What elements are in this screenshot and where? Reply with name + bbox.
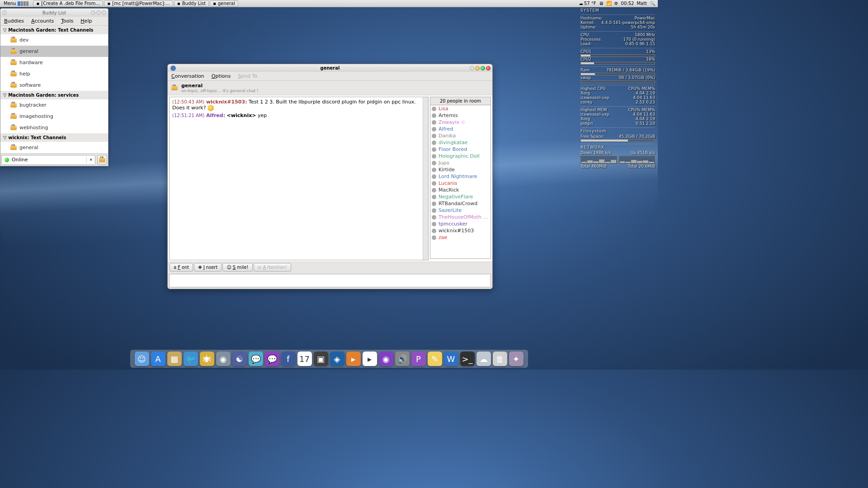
chat-titlebar[interactable]: general bbox=[168, 64, 492, 72]
clock[interactable]: 00:52 bbox=[621, 1, 634, 6]
user-item[interactable]: Floor Bored bbox=[430, 146, 491, 153]
channel-item[interactable]: general bbox=[0, 46, 108, 57]
dock-item[interactable]: ✦ bbox=[509, 352, 524, 366]
minimize2-icon[interactable] bbox=[475, 66, 480, 70]
user-item[interactable]: Artemis bbox=[430, 112, 491, 119]
menu-conversation[interactable]: Conversation bbox=[168, 73, 208, 79]
settings-icon[interactable]: ⚙ bbox=[614, 1, 618, 6]
taskbar-item[interactable]: ▪[mc [matt@PowerMac]:… bbox=[104, 0, 173, 7]
buddy-list[interactable]: ▽ Macintosh Garden: Text Channelsdevgene… bbox=[0, 26, 108, 153]
dock-item[interactable]: W bbox=[444, 352, 458, 366]
minimize-icon[interactable] bbox=[91, 10, 95, 15]
weather-indicator[interactable]: ☁ 57 °F bbox=[579, 1, 596, 6]
menu-tools[interactable]: Tools bbox=[57, 18, 77, 24]
taskbar-item[interactable]: ▪general bbox=[210, 0, 238, 7]
dock-item[interactable]: ☁ bbox=[476, 352, 491, 366]
minimize-icon[interactable] bbox=[470, 66, 474, 70]
maximize-icon[interactable] bbox=[481, 66, 485, 70]
dock: ☺A▦🐦🕷◉☯💬💬f17▣◈▸▸◉🔊P✎W>_☁🗑✦ bbox=[130, 350, 528, 368]
user-item[interactable]: zae bbox=[430, 234, 491, 241]
close-icon[interactable] bbox=[486, 66, 491, 70]
close-icon[interactable] bbox=[102, 10, 106, 15]
user-item[interactable]: wicknix#1503 bbox=[430, 227, 491, 234]
group-header[interactable]: ▽ Macintosh Garden: services bbox=[0, 91, 108, 99]
user-item[interactable]: divingkatae bbox=[430, 139, 491, 146]
window-menu-icon[interactable] bbox=[2, 10, 7, 15]
channel-item[interactable]: dev bbox=[0, 34, 108, 46]
dock-item[interactable]: ☯ bbox=[232, 352, 247, 366]
mood-button[interactable] bbox=[97, 155, 107, 165]
user-item[interactable]: Lucanis bbox=[430, 180, 491, 187]
user-list[interactable]: LisaArtemisZowayix ☆AlfredDanikadivingka… bbox=[430, 105, 491, 259]
status-selector[interactable]: Online ▾ bbox=[1, 155, 95, 165]
user-item[interactable]: Jupo bbox=[430, 160, 491, 166]
smile-button[interactable]: ☺ Smile! bbox=[222, 263, 252, 272]
channel-item[interactable]: software bbox=[0, 80, 108, 91]
dock-item[interactable]: ▣ bbox=[314, 352, 328, 366]
dock-item[interactable]: ☺ bbox=[135, 352, 149, 366]
group-header[interactable]: ▽ Macintosh Garden: Text Channels bbox=[0, 26, 108, 34]
dock-item[interactable]: A bbox=[151, 352, 165, 366]
user-item[interactable]: Lisa bbox=[430, 105, 491, 112]
user-item[interactable]: SazerLite bbox=[430, 207, 491, 214]
user-item[interactable]: tpmccusker bbox=[430, 221, 491, 227]
channel-item[interactable]: bugtracker bbox=[0, 99, 108, 111]
dock-item[interactable]: 🔊 bbox=[395, 352, 410, 366]
dock-item[interactable]: 17 bbox=[297, 352, 312, 366]
user-item[interactable]: Zowayix ☆ bbox=[430, 119, 491, 126]
maximize-icon[interactable] bbox=[96, 10, 101, 15]
user-item[interactable]: RTBandaiCrowd bbox=[430, 200, 491, 207]
dock-item[interactable]: 🗑 bbox=[493, 352, 507, 366]
channel-item[interactable]: general bbox=[0, 142, 108, 153]
dock-item[interactable]: ▸ bbox=[363, 352, 377, 366]
dock-item[interactable]: 🕷 bbox=[200, 352, 214, 366]
user-item[interactable]: MacRick bbox=[430, 187, 491, 193]
channel-item[interactable]: hardware bbox=[0, 57, 108, 68]
channel-item[interactable]: help bbox=[0, 68, 108, 80]
dock-item[interactable]: P bbox=[411, 352, 426, 366]
dock-item[interactable]: ▦ bbox=[167, 352, 182, 366]
menu-button[interactable]: Menu bbox=[0, 1, 32, 6]
dock-item[interactable]: ▸ bbox=[346, 352, 361, 366]
chat-log[interactable]: (12:50:43 AM) wicknix#1503: Test 1 2 3. … bbox=[169, 97, 429, 260]
group-header[interactable]: ▽ wicknix: Text Channels bbox=[0, 133, 108, 142]
dock-item[interactable]: 💬 bbox=[265, 352, 279, 366]
user-item[interactable]: Danika bbox=[430, 132, 491, 139]
message-input[interactable] bbox=[169, 274, 491, 287]
user-item[interactable]: Lord Nightmare bbox=[430, 173, 491, 180]
insert-button[interactable]: ✥ Insert bbox=[194, 263, 222, 272]
dock-item[interactable]: ◈ bbox=[330, 352, 344, 366]
menu-send-to[interactable]: Send To bbox=[234, 73, 261, 79]
channel-item[interactable]: webhosting bbox=[0, 122, 108, 133]
dock-item[interactable]: ◉ bbox=[216, 352, 231, 366]
status-label: Online bbox=[12, 157, 28, 163]
user-item[interactable]: Holographic Doll bbox=[430, 153, 491, 160]
user-item[interactable]: NegativeFlare bbox=[430, 193, 491, 200]
user-item[interactable]: TheHouseOfMoth (J… bbox=[430, 214, 491, 221]
menu-help[interactable]: Help bbox=[77, 18, 95, 24]
dock-item[interactable]: 🐦 bbox=[184, 352, 198, 366]
dock-item[interactable]: ◉ bbox=[379, 352, 393, 366]
dock-item[interactable]: ✎ bbox=[428, 352, 442, 366]
chat-title: general bbox=[321, 66, 340, 70]
workspace-switcher-icon[interactable] bbox=[18, 1, 28, 6]
taskbar-item[interactable]: ▪Buddy List bbox=[174, 0, 209, 7]
taskbar-item[interactable]: ▪[Create A .deb File From… bbox=[33, 0, 103, 7]
search-icon[interactable]: 🔍 bbox=[650, 1, 655, 6]
user-item[interactable]: Kirtide bbox=[430, 166, 491, 173]
dock-item[interactable]: >_ bbox=[460, 352, 475, 366]
menu-options[interactable]: Options bbox=[208, 73, 234, 79]
smile!-icon: ☺ bbox=[226, 265, 231, 270]
user-item[interactable]: Alfred bbox=[430, 126, 491, 132]
dock-item[interactable]: 💬 bbox=[249, 352, 263, 366]
wifi-icon[interactable]: 📶 bbox=[606, 1, 612, 6]
window-titlebar[interactable]: Buddy List bbox=[0, 9, 108, 17]
display-icon[interactable]: 🖥 bbox=[599, 1, 604, 6]
menu-accounts[interactable]: Accounts bbox=[28, 18, 57, 24]
dock-item[interactable]: f bbox=[281, 352, 296, 366]
user-menu[interactable]: Matt bbox=[637, 1, 647, 6]
channel-item[interactable]: imagehosting bbox=[0, 111, 108, 122]
menu-buddies[interactable]: Buddies bbox=[0, 18, 28, 24]
font-button[interactable]: a Font bbox=[170, 263, 193, 272]
scrollbar[interactable] bbox=[423, 97, 428, 260]
